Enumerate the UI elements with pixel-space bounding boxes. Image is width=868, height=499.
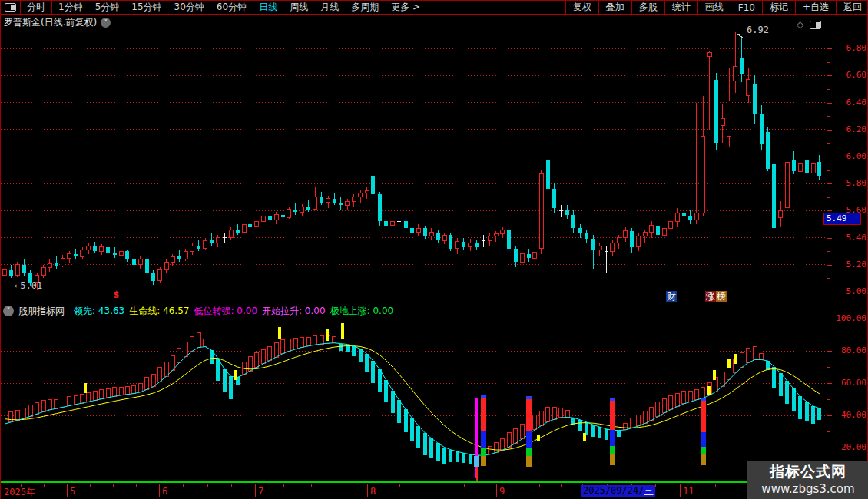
action-button-7[interactable]: 标记	[762, 1, 795, 14]
axis-tick	[827, 265, 832, 266]
date-tick	[539, 484, 540, 487]
axis-tick	[827, 157, 832, 157]
selected-date-badge: 2025/09/24/三	[581, 485, 655, 497]
axis-tick	[827, 183, 832, 184]
axis-tick	[827, 278, 830, 279]
period-tab-11[interactable]: 更多 >	[385, 1, 426, 14]
panel-layout-icon[interactable]	[810, 21, 821, 29]
bang-badge[interactable]: 榜	[716, 291, 727, 302]
action-button-8[interactable]: +自选	[795, 1, 836, 14]
action-button-6[interactable]: F10	[731, 1, 762, 14]
indicator-value-3: 低位转强: 0.00	[194, 306, 257, 316]
indicator-sub-chart[interactable]	[1, 315, 827, 484]
period-tab-10[interactable]: 多周期	[345, 1, 385, 14]
main-candlestick-chart[interactable]	[1, 14, 827, 302]
axis-border	[827, 14, 827, 498]
date-tick	[311, 484, 312, 487]
period-tab-9[interactable]: 月线	[314, 1, 345, 14]
indicator-logo-icon[interactable]: ˅	[3, 306, 14, 316]
action-toolbar: 复权叠加多股统计画线F10标记+自选返回	[565, 1, 868, 14]
period-tab-1[interactable]: 分时	[21, 1, 51, 14]
date-tick	[159, 484, 160, 497]
action-button-9[interactable]: 返回	[836, 1, 868, 14]
chevron-down-icon[interactable]: ˅	[101, 18, 111, 28]
date-axis: 2025年 5678911 2025/09/24/三	[1, 484, 827, 497]
date-tick	[183, 484, 184, 487]
axis-tick	[827, 351, 832, 352]
price-label-5.80: 5.80	[831, 178, 866, 188]
diamond-icon[interactable]: ◇	[797, 19, 803, 30]
axis-tick	[827, 116, 830, 117]
date-tick	[340, 484, 340, 487]
period-tab-7[interactable]: 日线	[253, 1, 283, 14]
period-toolbar: 分时1分钟5分钟15分钟30分钟60分钟日线周线月线多周期更多 >	[1, 1, 426, 14]
stock-title: 罗普斯金(日线.前复权)	[4, 16, 97, 29]
action-button-4[interactable]: 统计	[664, 1, 697, 14]
action-button-3[interactable]: 多股	[631, 1, 664, 14]
indicator-brand: 股朋指标网	[18, 305, 65, 318]
value-label-80.00: 80.00	[831, 345, 866, 355]
price-label-5.40: 5.40	[831, 233, 866, 243]
axis-tick	[827, 431, 830, 432]
date-tick	[44, 484, 45, 487]
right-axis: 6.806.606.406.206.005.805.605.405.205.00…	[827, 14, 868, 497]
date-tick	[496, 484, 497, 497]
axis-tick	[827, 75, 832, 76]
zhang-badge[interactable]: 涨	[705, 291, 716, 302]
period-tab-4[interactable]: 15分钟	[125, 1, 167, 14]
value-label-40.00: 40.00	[831, 410, 866, 420]
indicator-value-1: 领先: 43.63	[74, 306, 124, 316]
high-price-annotation: 6.92	[747, 25, 769, 35]
axis-tick	[827, 448, 832, 448]
date-tick	[21, 484, 22, 487]
date-tick	[367, 484, 368, 497]
period-tab-5[interactable]: 30分钟	[168, 1, 210, 14]
trading-app-window: 分时1分钟5分钟15分钟30分钟60分钟日线周线月线多周期更多 > 复权叠加多股…	[0, 0, 868, 499]
value-label-60.00: 60.00	[831, 378, 866, 388]
top-toolbar: 分时1分钟5分钟15分钟30分钟60分钟日线周线月线多周期更多 > 复权叠加多股…	[1, 0, 868, 15]
axis-tick	[827, 143, 830, 144]
date-tick	[90, 484, 91, 487]
date-tick	[432, 484, 432, 487]
buy-signal-marker: ▲ S	[114, 289, 119, 297]
indicator-value-4: 开始拉升: 0.00	[262, 306, 326, 316]
price-label-5.20: 5.20	[831, 259, 866, 269]
indicator-value-2: 生命线: 46.57	[129, 306, 189, 316]
month-label-6: 6	[162, 486, 167, 497]
period-tab-2[interactable]: 1分钟	[52, 1, 89, 14]
date-tick	[255, 484, 256, 497]
axis-tick	[827, 210, 832, 211]
axis-tick	[827, 197, 830, 198]
axis-tick	[827, 415, 832, 416]
action-button-2[interactable]: 叠加	[598, 1, 631, 14]
axis-tick	[827, 130, 832, 131]
panel-toggle-icon[interactable]	[1, 1, 20, 14]
month-label-5: 5	[70, 486, 75, 497]
axis-tick	[827, 383, 832, 384]
date-tick	[136, 484, 137, 487]
action-button-5[interactable]: 画线	[697, 1, 731, 14]
axis-tick	[827, 292, 832, 292]
price-label-6.40: 6.40	[831, 97, 866, 107]
action-button-1[interactable]: 复权	[565, 1, 598, 14]
price-label-6.60: 6.60	[831, 70, 866, 80]
date-tick	[561, 484, 562, 487]
cai-badge[interactable]: 财	[666, 291, 677, 302]
period-tab-6[interactable]: 60分钟	[210, 1, 253, 14]
value-label-100.00: 100.00	[831, 313, 866, 323]
axis-tick	[827, 48, 832, 49]
value-label-20.00: 20.00	[831, 442, 866, 452]
watermark-title: 指标公式网	[747, 462, 868, 482]
axis-tick	[827, 238, 832, 239]
axis-tick	[827, 319, 832, 319]
month-label-11: 11	[683, 486, 694, 497]
axis-tick	[827, 62, 830, 63]
indicator-values: 领先: 43.63生命线: 46.57低位转强: 0.00开始拉升: 0.00极…	[69, 305, 393, 318]
period-tab-8[interactable]: 周线	[283, 1, 314, 14]
date-tick	[464, 484, 465, 487]
axis-tick	[827, 399, 830, 400]
site-watermark: 指标公式网 www.zbgs3.com	[747, 461, 868, 499]
date-tick	[231, 484, 232, 487]
period-tab-3[interactable]: 5分钟	[89, 1, 126, 14]
date-tick	[113, 484, 114, 487]
